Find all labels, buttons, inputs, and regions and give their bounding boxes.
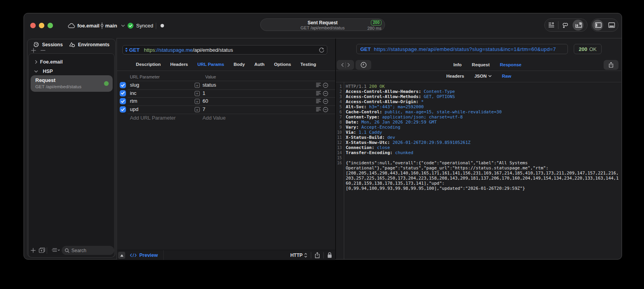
response-request-line[interactable]: GET https://statuspage.me/api/embed/stat… [356, 44, 568, 54]
new-request-button[interactable] [31, 248, 36, 253]
response-tabs: InfoRequestResponse [371, 62, 604, 67]
history-button[interactable] [356, 60, 371, 70]
param-value[interactable]: 1 [203, 90, 205, 96]
request-duration: 280 ms [367, 26, 381, 31]
line-number: 16 [336, 160, 342, 165]
tab-sessions[interactable]: Sessions [33, 42, 63, 47]
request-tab-testing[interactable]: Testing [301, 62, 316, 67]
line-text: HTTP/1.1 200 OK [342, 84, 385, 89]
request-tab-headers[interactable]: Headers [170, 62, 188, 67]
param-format-button[interactable] [316, 91, 321, 95]
project-menu[interactable]: foe.email [68, 23, 99, 29]
remove-param-button[interactable] [323, 99, 328, 104]
equals-badge: = [195, 91, 200, 96]
new-folder-button[interactable] [39, 247, 45, 253]
request-tab-options[interactable]: Options [274, 62, 291, 67]
response-line: 9Vary: Accept-Encoding [336, 125, 621, 130]
zoom-window-button[interactable] [47, 23, 53, 28]
response-subtab-json[interactable]: JSON [474, 74, 492, 78]
line-text: Transfer-Encoding: chunked [342, 150, 413, 155]
param-row-inc: inc=1 [117, 89, 335, 97]
param-format-button[interactable] [316, 83, 321, 87]
remove-param-button[interactable] [323, 91, 328, 96]
toggle-sidebar-button[interactable] [591, 19, 605, 31]
param-key[interactable]: upd [130, 106, 139, 112]
response-line: Operational"},"page":"status","page_url"… [336, 165, 621, 171]
minimize-window-button[interactable] [39, 23, 44, 28]
param-key[interactable]: rtm [130, 98, 137, 104]
send-request-button[interactable] [319, 47, 325, 53]
param-checkbox[interactable] [120, 90, 126, 96]
param-row-upd: upd=7 [117, 105, 335, 113]
response-subtab-headers[interactable]: Headers [446, 74, 464, 78]
branch-selector[interactable]: main [100, 22, 125, 29]
line-number: 10 [336, 130, 342, 135]
tree-group-hsp[interactable]: HSP [35, 69, 53, 74]
forward-icon[interactable] [347, 63, 350, 67]
request-response-toggle[interactable] [572, 19, 585, 31]
remove-param-button[interactable] [323, 107, 328, 112]
response-line: 6Cache-Control: public, max-age=15, stal… [336, 109, 621, 115]
search-input[interactable]: Search [62, 246, 114, 255]
line-text: Connection: close [342, 145, 390, 150]
remove-session-button[interactable] [40, 48, 46, 53]
toggle-bottom-panel-button[interactable] [605, 19, 618, 31]
param-checkbox[interactable] [120, 98, 126, 104]
param-value[interactable]: status [203, 82, 216, 88]
content-left-border [117, 38, 117, 259]
param-key[interactable]: slug [130, 82, 139, 88]
param-value[interactable]: 7 [203, 106, 205, 112]
check-icon [121, 100, 125, 103]
remove-param-button[interactable] [323, 83, 328, 88]
add-param-row: Add URL Parameter Add Value [117, 114, 335, 122]
protocol-select[interactable]: HTTP [290, 253, 307, 258]
add-url-parameter-button[interactable]: Add URL Parameter [130, 115, 176, 121]
history-nav [337, 60, 354, 70]
line-text: Cache-Control: public, max-age=15, stale… [342, 109, 502, 115]
response-body[interactable]: 1HTTP/1.1 200 OK2Access-Control-Allow-He… [336, 84, 621, 259]
export-button[interactable] [545, 19, 558, 31]
request-url-bar[interactable]: GET https://statuspage.me/api/embed/stat… [122, 45, 327, 55]
request-tab-url-params[interactable]: URL Params [197, 62, 224, 67]
list-sort-icon [51, 248, 60, 253]
sync-status[interactable]: Synced [128, 23, 153, 29]
request-tab-body[interactable]: Body [234, 62, 245, 67]
response-tab-info[interactable]: Info [453, 62, 462, 67]
add-value-button[interactable]: Add Value [203, 115, 226, 121]
response-tab-response[interactable]: Response [500, 62, 522, 67]
line-number: 13 [336, 145, 342, 150]
param-value[interactable]: 60 [203, 98, 208, 104]
request-tab-description[interactable]: Description [136, 62, 161, 67]
response-subtab-raw[interactable]: Raw [502, 74, 511, 78]
param-checkbox[interactable] [120, 106, 126, 113]
tab-environments[interactable]: Environments [69, 42, 109, 47]
close-window-button[interactable] [30, 23, 36, 28]
layout-bottom-icon [608, 22, 615, 28]
lock-button[interactable] [327, 252, 332, 258]
back-icon[interactable] [341, 63, 344, 67]
url-path: /api/embed/status [193, 47, 233, 53]
add-session-button[interactable] [31, 48, 36, 53]
content-top-border [117, 38, 622, 38]
param-format-button[interactable] [316, 107, 321, 111]
share-response-button[interactable] [604, 60, 618, 70]
share-request-button[interactable] [315, 252, 320, 258]
collapse-panel-button[interactable] [118, 252, 125, 259]
param-checkbox[interactable] [120, 82, 126, 88]
line-text: Content-Type: application/json; charset=… [342, 115, 463, 120]
preview-toggle[interactable]: Preview [130, 250, 158, 260]
sync-pull-button[interactable] [558, 19, 572, 31]
chevron-down-icon [121, 24, 125, 27]
param-key[interactable]: inc [130, 90, 137, 96]
minus-circle-icon [323, 83, 328, 88]
param-format-button[interactable] [316, 99, 321, 103]
request-status-pill[interactable]: Sent Request GET /api/embed/status 200 2… [260, 18, 385, 31]
request-tab-auth[interactable]: Auth [254, 62, 265, 67]
tree-group-foe-email[interactable]: Foe.email [35, 59, 63, 65]
request-list-item-selected[interactable]: Request GET /api/embed/status [31, 75, 113, 92]
response-tab-request[interactable]: Request [472, 62, 489, 67]
sort-filter-button[interactable] [51, 248, 60, 253]
check-icon [121, 84, 125, 87]
line-text: Access-Control-Allow-Methods: GET, OPTIO… [342, 94, 455, 99]
line-text: Access-Control-Allow-Origin: * [342, 99, 424, 104]
